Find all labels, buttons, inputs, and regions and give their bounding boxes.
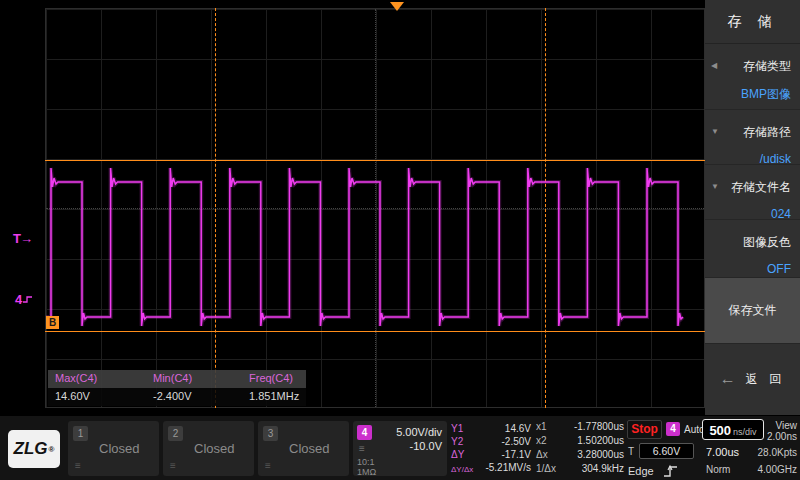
y1-value: 14.6V: [505, 422, 531, 435]
inv-dx-value: 304.9kHz: [582, 462, 624, 476]
acquisition-mode: Norm: [706, 464, 730, 475]
trigger-level-value[interactable]: 6.60V: [639, 443, 694, 459]
measure-value-max: 14.60V: [48, 388, 146, 406]
measure-header-freq: Freq(C4): [242, 370, 306, 388]
menu-item-label: 返 回: [746, 371, 785, 388]
timebase-scale: 500: [709, 423, 731, 438]
menu-item-value: BMP图像: [714, 86, 791, 103]
oscilloscope-app: T→ 4 B Max(C4) Min(C4) Freq(C4) 14.60V -…: [0, 0, 800, 480]
trigger-type[interactable]: Edge: [628, 465, 654, 477]
menu-item-label: 图像反色: [714, 234, 791, 251]
view-readout: View 2.00ns: [767, 420, 797, 442]
menu-item-image-invert[interactable]: 图像反色 OFF: [705, 220, 800, 278]
channel4-ground-marker[interactable]: 4: [15, 292, 33, 307]
channel2-status: Closed: [194, 441, 234, 456]
slope-value: -5.21MV/s: [485, 461, 531, 476]
channel4-box[interactable]: 4 ≡ 10:1 1MΩ 5.00V/div -10.0V: [353, 421, 447, 476]
dy-label: ΔY: [451, 448, 464, 461]
zlg-logo: ZLG®: [8, 430, 60, 468]
channel4-badge: 4: [357, 425, 372, 440]
slope-label: ΔY/Δx: [451, 461, 473, 476]
measurement-overlay: Max(C4) Min(C4) Freq(C4) 14.60V -2.400V …: [48, 370, 306, 406]
trigger-level-marker[interactable]: T→: [13, 231, 32, 246]
back-arrow-icon: ←: [720, 370, 736, 388]
right-arrow-icon: →: [20, 231, 32, 246]
menu-item-value: /udisk: [714, 152, 791, 166]
menu-item-label: 存储路径: [714, 124, 791, 141]
menu-title: 存 储: [705, 0, 800, 44]
sample-rate: 4.00GHz: [758, 464, 797, 475]
chevron-down-icon: ▼: [711, 182, 719, 191]
measure-header-max: Max(C4): [48, 370, 146, 388]
channel1-box[interactable]: 1 ≡ Closed: [68, 421, 159, 476]
channel2-box[interactable]: 2 ≡ Closed: [163, 421, 254, 476]
registered-mark: ®: [49, 445, 55, 454]
channel2-badge: 2: [168, 426, 183, 441]
trigger-t-label: T: [628, 446, 634, 457]
channel3-box[interactable]: 3 ≡ Closed: [258, 421, 349, 476]
measure-value-min: -2.400V: [146, 388, 242, 406]
waveform-display: T→ 4 B Max(C4) Min(C4) Freq(C4) 14.60V -…: [0, 0, 705, 415]
menu-item-back[interactable]: ← 返 回: [705, 344, 800, 414]
channel1-badge: 1: [73, 426, 88, 441]
channel4-scale: 5.00V/div: [396, 426, 442, 438]
y1-label: Y1: [451, 422, 463, 435]
menu-item-value: OFF: [714, 262, 791, 276]
y2-value: -2.50V: [502, 435, 531, 448]
channel4-offset: -10.0V: [410, 440, 442, 452]
rising-edge-icon: [663, 464, 679, 479]
menu-lines-icon: ≡: [170, 460, 176, 471]
b-cursor-tag[interactable]: B: [46, 316, 59, 329]
timebase-box[interactable]: 500ns/div: [702, 419, 764, 440]
menu-lines-icon: ≡: [75, 460, 81, 471]
menu-item-label: 保存文件: [729, 302, 777, 319]
dx-value: 3.28000us: [577, 448, 624, 462]
measure-value-freq: 1.851MHz: [242, 388, 306, 406]
menu-item-label: 存储文件名: [714, 179, 791, 196]
status-bar: ZLG® 1 ≡ Closed 2 ≡ Closed 3 ≡ Closed 4 …: [0, 415, 800, 480]
ground-marker-icon: [23, 295, 33, 305]
menu-item-value: 024: [714, 207, 791, 221]
input-impedance: 1MΩ: [357, 467, 376, 477]
channel3-status: Closed: [289, 441, 329, 456]
x2-label: x2: [536, 434, 547, 448]
storage-menu-panel: 存 储 ◀ 存储类型 BMP图像 ▼ 存储路径 /udisk ▼ 存储文件名 0…: [705, 0, 800, 415]
horizontal-offset: 7.00us: [706, 446, 739, 458]
dy-value: -17.1V: [502, 448, 531, 461]
x1-value: -1.77800us: [574, 420, 624, 434]
y-cursor-readout: Y114.6V Y2-2.50V ΔY-17.1V ΔY/Δx-5.21MV/s: [451, 422, 531, 476]
probe-ratio: 10:1: [357, 457, 375, 467]
dx-label: Δx: [536, 448, 548, 462]
channel1-status: Closed: [99, 441, 139, 456]
memory-depth: 28.0Kpts: [758, 447, 797, 458]
menu-item-storage-filename[interactable]: ▼ 存储文件名 024: [705, 165, 800, 220]
menu-item-storage-type[interactable]: ◀ 存储类型 BMP图像: [705, 44, 800, 110]
x-cursor-readout: x1-1.77800us x21.50200us Δx3.28000us 1/Δ…: [536, 420, 624, 476]
x1-label: x1: [536, 420, 547, 434]
menu-lines-icon: ≡: [265, 460, 271, 471]
x2-value: 1.50200us: [577, 434, 624, 448]
trigger-channel-badge[interactable]: 4: [666, 422, 680, 436]
timebase-unit: ns/div: [733, 427, 757, 437]
y2-label: Y2: [451, 435, 463, 448]
trace-line: [46, 168, 683, 326]
chevron-left-icon: ◀: [711, 61, 717, 70]
menu-lines-icon: ≡: [359, 443, 365, 454]
channel3-badge: 3: [263, 426, 278, 441]
inv-dx-label: 1/Δx: [536, 462, 556, 476]
trigger-position-marker[interactable]: [390, 2, 404, 11]
menu-item-save-file[interactable]: 保存文件: [705, 278, 800, 344]
menu-item-label: 存储类型: [714, 58, 791, 75]
measure-header-min: Min(C4): [146, 370, 242, 388]
channel4-trace: [0, 0, 705, 415]
view-label: View: [767, 420, 797, 431]
menu-item-storage-path[interactable]: ▼ 存储路径 /udisk: [705, 110, 800, 165]
run-stop-indicator[interactable]: Stop: [627, 420, 662, 439]
view-value: 2.00ns: [767, 431, 797, 442]
chevron-down-icon: ▼: [711, 127, 719, 136]
